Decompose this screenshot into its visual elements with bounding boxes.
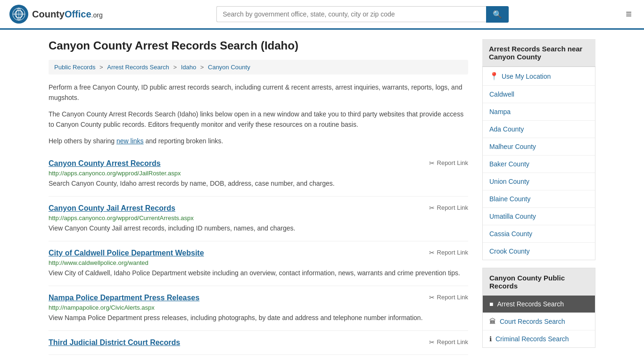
sidebar-nearby-item-6[interactable]: Union County: [483, 173, 595, 190]
nearby-item-link-1[interactable]: Caldwell: [489, 90, 514, 98]
report-label-3: Report Link: [437, 294, 468, 301]
nearby-section: Arrest Records Search near Canyon County…: [482, 39, 595, 260]
record-desc-3: View Nampa Police Department press relea…: [49, 313, 468, 323]
public-records-section: Canyon County Public Records ■Arrest Rec…: [482, 268, 595, 348]
search-input[interactable]: [216, 6, 486, 22]
report-link-3[interactable]: ✂ Report Link: [429, 294, 468, 301]
public-record-link-2[interactable]: Criminal Records Search: [495, 335, 569, 343]
menu-button[interactable]: ≡: [623, 5, 635, 23]
report-link-4[interactable]: ✂ Report Link: [429, 338, 468, 346]
use-my-location-link[interactable]: Use My Location: [502, 73, 551, 80]
record-title-2[interactable]: City of Caldwell Police Department Websi…: [49, 249, 204, 257]
sidebar-nearby-item-5[interactable]: Baker County: [483, 156, 595, 173]
nearby-item-link-9[interactable]: Cassia County: [489, 230, 532, 238]
nearby-item-link-7[interactable]: Blaine County: [489, 195, 530, 203]
nearby-item-link-2[interactable]: Nampa: [489, 108, 511, 115]
header: CountyOffice.org 🔍 ≡: [0, 0, 644, 30]
report-icon-4: ✂: [429, 338, 435, 346]
description-1: Perform a free Canyon County, ID public …: [49, 82, 468, 103]
sidebar-nearby-item-0[interactable]: 📍Use My Location: [483, 67, 595, 86]
record-url-3: http://nampapolice.org/CivicAlerts.aspx: [49, 304, 468, 311]
nearby-item-link-10[interactable]: Crook County: [489, 247, 530, 255]
nearby-list: 📍Use My LocationCaldwellNampaAda CountyM…: [482, 67, 595, 260]
breadcrumb-public-records[interactable]: Public Records: [54, 64, 95, 71]
public-records-item-2[interactable]: ℹCriminal Records Search: [483, 330, 595, 347]
search-bar-area: 🔍: [216, 6, 509, 23]
report-label-0: Report Link: [437, 159, 468, 166]
record-desc-0: Search Canyon County, Idaho arrest recor…: [49, 179, 468, 189]
sidebar-nearby-item-9[interactable]: Cassia County: [483, 225, 595, 243]
report-label-1: Report Link: [437, 204, 468, 211]
search-button[interactable]: 🔍: [486, 6, 509, 23]
page-title: Canyon County Arrest Records Search (Ida…: [49, 39, 468, 52]
logo-text: CountyOffice.org: [32, 9, 103, 20]
sidebar-nearby-item-7[interactable]: Blaine County: [483, 190, 595, 208]
description-2: The Canyon County Arrest Records Search …: [49, 109, 468, 130]
sidebar-nearby-item-2[interactable]: Nampa: [483, 103, 595, 121]
logo-area: CountyOffice.org: [9, 5, 103, 24]
breadcrumb-idaho[interactable]: Idaho: [181, 64, 197, 71]
record-url-1: http://apps.canyonco.org/wpprod/CurrentA…: [49, 214, 468, 222]
report-link-0[interactable]: ✂ Report Link: [429, 159, 468, 167]
logo-icon: [9, 5, 28, 24]
nearby-item-link-4[interactable]: Malheur County: [489, 143, 536, 150]
nearby-item-link-8[interactable]: Umatilla County: [489, 213, 536, 220]
main-container: Canyon County Arrest Records Search (Ida…: [39, 30, 605, 362]
public-records-item-0[interactable]: ■Arrest Records Search: [483, 296, 595, 313]
report-link-2[interactable]: ✂ Report Link: [429, 249, 468, 256]
header-right: ≡: [623, 5, 635, 23]
public-record-link-1[interactable]: Court Records Search: [500, 318, 565, 325]
sidebar-nearby-item-3[interactable]: Ada County: [483, 121, 595, 138]
logo-suffix: .org: [91, 11, 103, 19]
new-links-link[interactable]: new links: [116, 137, 144, 145]
records-list: Canyon County Arrest Records ✂ Report Li…: [49, 152, 468, 355]
search-icon: 🔍: [493, 10, 502, 18]
breadcrumb: Public Records > Arrest Records Search >…: [49, 60, 468, 74]
public-record-icon-2: ℹ: [489, 335, 492, 343]
report-label-2: Report Link: [437, 249, 468, 256]
record-desc-1: View Canyon County Jail arrest records, …: [49, 223, 468, 233]
record-title-3[interactable]: Nampa Police Department Press Releases: [49, 294, 199, 302]
breadcrumb-sep-1: >: [99, 64, 105, 71]
sidebar-nearby-item-8[interactable]: Umatilla County: [483, 208, 595, 225]
record-title-0[interactable]: Canyon County Arrest Records: [49, 159, 161, 168]
public-records-list: ■Arrest Records Search🏛Court Records Sea…: [483, 296, 595, 347]
sidebar: Arrest Records Search near Canyon County…: [482, 39, 595, 355]
record-url-2: http://www.caldwellpolice.org/wanted: [49, 259, 468, 266]
record-url-0: http://apps.canyonco.org/wpprod/JailRost…: [49, 170, 468, 177]
public-records-item-1[interactable]: 🏛Court Records Search: [483, 313, 595, 330]
public-records-header: Canyon County Public Records: [483, 268, 595, 296]
breadcrumb-canyon-county[interactable]: Canyon County: [208, 64, 250, 71]
record-desc-2: View City of Caldwell, Idaho Police Depa…: [49, 268, 468, 278]
report-icon-3: ✂: [429, 294, 435, 301]
nearby-header: Arrest Records Search near Canyon County: [482, 39, 595, 67]
record-title-1[interactable]: Canyon County Jail Arrest Records: [49, 204, 175, 213]
public-record-icon-1: 🏛: [489, 318, 496, 325]
record-item: Third Judicial District Court Records ✂ …: [49, 331, 468, 355]
nearby-item-link-6[interactable]: Union County: [489, 178, 529, 185]
record-item: Nampa Police Department Press Releases ✂…: [49, 286, 468, 331]
desc3-suffix: and reporting broken links.: [144, 137, 223, 145]
desc3-prefix: Help others by sharing: [49, 137, 116, 145]
location-pin-icon: 📍: [489, 72, 499, 81]
record-item: Canyon County Arrest Records ✂ Report Li…: [49, 152, 468, 197]
sidebar-nearby-item-10[interactable]: Crook County: [483, 243, 595, 260]
report-label-4: Report Link: [437, 338, 468, 346]
record-item: City of Caldwell Police Department Websi…: [49, 241, 468, 286]
report-link-1[interactable]: ✂ Report Link: [429, 204, 468, 212]
record-item: Canyon County Jail Arrest Records ✂ Repo…: [49, 197, 468, 241]
nearby-item-link-5[interactable]: Baker County: [489, 160, 529, 168]
public-record-icon-0: ■: [489, 300, 493, 308]
breadcrumb-arrest-records[interactable]: Arrest Records Search: [107, 64, 169, 71]
sidebar-nearby-item-4[interactable]: Malheur County: [483, 138, 595, 156]
nearby-item-link-3[interactable]: Ada County: [489, 125, 524, 133]
breadcrumb-sep-3: >: [200, 64, 206, 71]
report-icon-1: ✂: [429, 204, 435, 212]
content-area: Canyon County Arrest Records Search (Ida…: [49, 39, 468, 355]
record-title-4[interactable]: Third Judicial District Court Records: [49, 338, 180, 347]
breadcrumb-sep-2: >: [173, 64, 178, 71]
hamburger-icon: ≡: [626, 8, 632, 20]
report-icon-2: ✂: [429, 249, 435, 256]
sidebar-nearby-item-1[interactable]: Caldwell: [483, 86, 595, 103]
report-icon-0: ✂: [429, 159, 435, 167]
